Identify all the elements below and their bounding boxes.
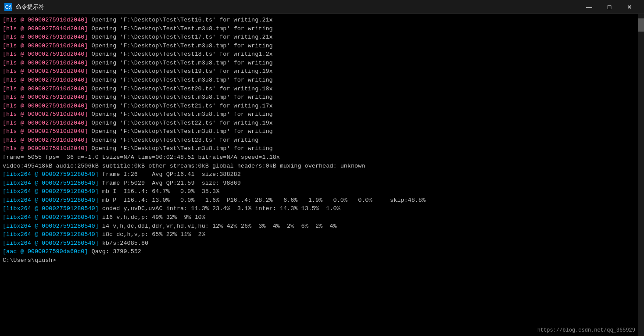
terminal-line: [hls @ 00000275910d2040] Opening 'F:\Des… (3, 50, 641, 59)
terminal-line: [libx264 @ 000027591280540] kb/s:24085.8… (3, 239, 641, 248)
terminal-line: [libx264 @ 000027591280540] frame I:26 A… (3, 170, 641, 179)
terminal-line: [hls @ 00000275910d2040] Opening 'F:\Des… (3, 16, 641, 25)
app-icon: C:\ (4, 3, 12, 11)
terminal-line: frame= 5055 fps= 36 q=-1.0 Lsize=N/A tim… (3, 153, 641, 162)
terminal-line: [libx264 @ 000027591280540] frame P:5029… (3, 179, 641, 188)
terminal-line: [libx264 @ 000027591280540] coded y,uvDC… (3, 204, 641, 213)
maximize-button[interactable]: □ (599, 0, 619, 14)
terminal-line: [hls @ 00000275910d2040] Opening 'F:\Des… (3, 67, 641, 76)
close-button[interactable]: ✕ (619, 0, 640, 14)
terminal-line: video:495418kB audio:2506kB subtitle:0kB… (3, 162, 641, 171)
watermark: https://blog.csdn.net/qq_365929 (537, 327, 635, 333)
minimize-button[interactable]: — (579, 0, 599, 14)
terminal-line: [hls @ 00000275910d2040] Opening 'F:\Des… (3, 102, 641, 111)
terminal-line: [hls @ 00000275910d2040] Opening 'F:\Des… (3, 119, 641, 128)
terminal-body: [hls @ 00000275910d2040] Opening 'F:\Des… (0, 14, 644, 336)
terminal-line: [aac @ 0000027590da60c0] Qavg: 3799.552 (3, 247, 641, 256)
terminal-line: [libx264 @ 000027591280540] mb P I16..4:… (3, 196, 641, 205)
terminal-line: [hls @ 00000275910d2040] Opening 'F:\Des… (3, 25, 641, 33)
window-controls: — □ ✕ (579, 0, 640, 14)
terminal-output: [hls @ 00000275910d2040] Opening 'F:\Des… (3, 16, 641, 265)
terminal-line: [libx264 @ 000027591280540] i16 v,h,dc,p… (3, 213, 641, 222)
terminal-line: [hls @ 00000275910d2040] Opening 'F:\Des… (3, 59, 641, 68)
scrollbar[interactable] (638, 14, 644, 336)
terminal-line: [hls @ 00000275910d2040] Opening 'F:\Des… (3, 144, 641, 153)
terminal-line: [hls @ 00000275910d2040] Opening 'F:\Des… (3, 42, 641, 50)
terminal-line: [hls @ 00000275910d2040] Opening 'F:\Des… (3, 127, 641, 136)
terminal-line: [libx264 @ 000027591280540] i8c dc,h,v,p… (3, 230, 641, 239)
scrollbar-thumb[interactable] (638, 18, 644, 32)
terminal-line: [hls @ 00000275910d2040] Opening 'F:\Des… (3, 85, 641, 93)
terminal-line: [hls @ 00000275910d2040] Opening 'F:\Des… (3, 33, 641, 42)
title-bar: C:\ 命令提示符 — □ ✕ (0, 0, 644, 14)
terminal-line: C:\Users\qiush> (3, 256, 641, 265)
terminal-line: [hls @ 00000275910d2040] Opening 'F:\Des… (3, 93, 641, 102)
terminal-line: [hls @ 00000275910d2040] Opening 'F:\Des… (3, 76, 641, 85)
terminal-line: [hls @ 00000275910d2040] Opening 'F:\Des… (3, 110, 641, 119)
window-title: 命令提示符 (16, 3, 579, 11)
terminal-line: [libx264 @ 000027591280540] i4 v,h,dc,dd… (3, 222, 641, 231)
terminal-line: [libx264 @ 000027591280540] mb I I16..4:… (3, 187, 641, 196)
terminal-line: [hls @ 00000275910d2040] Opening 'F:\Des… (3, 136, 641, 145)
